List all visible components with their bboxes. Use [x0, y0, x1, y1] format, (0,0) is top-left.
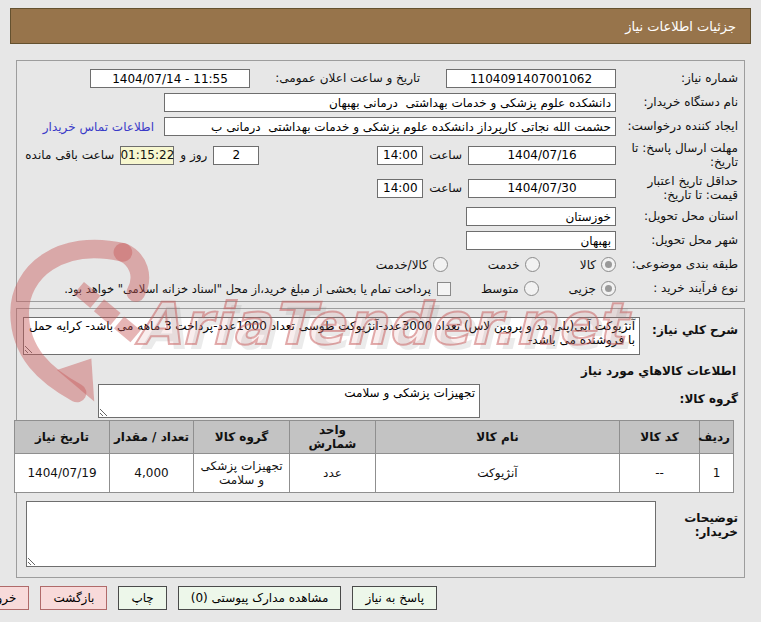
need-description-textarea[interactable]: آنژیوکت آبی(پلی مد و پروین لاس) تعداد 30… — [23, 317, 640, 355]
radio-classification-goods-label: کالا — [580, 258, 596, 272]
price-validity-label: حداقل تاریخ اعتبار قیمت: تا تاریخ: — [616, 174, 738, 203]
need-description-label: شرح کلي نیاز: — [640, 317, 738, 337]
goods-table-header-row: ردیف کد کالا نام کالا واحد شمارش گروه کا… — [15, 421, 734, 454]
col-group: گروه کالا — [194, 421, 290, 454]
radio-process-medium[interactable] — [524, 281, 539, 296]
response-deadline-date-input[interactable] — [468, 146, 616, 165]
deadline-hour-label: ساعت — [429, 148, 462, 162]
col-item-code: کد کالا — [620, 421, 700, 454]
row-delivery-province: استان محل تحویل: — [23, 206, 738, 227]
countdown-timer: 01:15:22 — [120, 146, 174, 165]
page-title-bar: جزئیات اطلاعات نیاز — [10, 8, 751, 44]
goods-group-label: گروه کالا: — [640, 384, 738, 406]
radio-classification-goods[interactable] — [601, 257, 616, 272]
goods-table: ردیف کد کالا نام کالا واحد شمارش گروه کا… — [14, 420, 734, 493]
cell-row-number: 1 — [700, 454, 734, 493]
goods-section-title: اطلاعات کالاهاي مورد نیاز — [23, 364, 736, 378]
page-title: جزئیات اطلاعات نیاز — [625, 19, 736, 34]
treasury-option: پرداخت تمام یا بخشی از مبلغ خرید،از محل … — [64, 282, 451, 296]
purchase-process-label: نوع فرآیند خرید : — [616, 281, 738, 295]
row-need-description: شرح کلي نیاز: آنژیوکت آبی(پلی مد و پروین… — [23, 317, 738, 355]
subject-classification-label: طبقه بندی موضوعی: — [616, 257, 738, 271]
requester-input[interactable] — [164, 117, 616, 136]
radio-process-medium-label: متوسط — [481, 282, 519, 296]
row-buyer-comments: توضیحات خریدار: — [23, 501, 738, 567]
radio-classification-service-label: خدمت — [488, 258, 520, 272]
response-deadline-label: مهلت ارسال پاسخ: تا تاریخ: — [616, 141, 738, 170]
row-requester: ایجاد کننده درخواست: اطلاعات تماس خریدار — [23, 116, 738, 137]
view-attachments-button[interactable]: مشاهده مدارک پیوستی (0) — [178, 586, 342, 610]
buyer-org-label: نام دستگاه خریدار: — [616, 95, 738, 109]
price-validity-date-input[interactable] — [468, 179, 616, 198]
row-price-validity: حداقل تاریخ اعتبار قیمت: تا تاریخ: ساعت — [23, 173, 738, 203]
delivery-province-label: استان محل تحویل: — [616, 209, 738, 223]
need-number-input[interactable] — [446, 69, 616, 88]
treasury-note-label: پرداخت تمام یا بخشی از مبلغ خرید،از محل … — [64, 282, 431, 296]
option-goods-service: کالا/خدمت — [376, 257, 448, 272]
buyer-comments-label: توضیحات خریدار: — [656, 501, 738, 540]
option-medium: متوسط — [481, 281, 539, 296]
print-button[interactable]: چاپ — [118, 586, 166, 610]
option-goods: کالا — [580, 257, 616, 272]
col-quantity: تعداد / مقدار — [110, 421, 194, 454]
need-number-label: شماره نیاز: — [616, 71, 738, 85]
radio-process-minor-label: جزیی — [569, 282, 596, 296]
need-info-groupbox: شماره نیاز: تاریخ و ساعت اعلان عمومی: نا… — [16, 60, 745, 302]
action-buttons-row: پاسخ به نیاز مشاهده مدارک پیوستی (0) چاپ… — [0, 586, 437, 610]
hours-remaining-label: ساعت باقی مانده — [25, 148, 114, 162]
buyer-comments-textarea[interactable] — [26, 501, 656, 567]
radio-classification-service[interactable] — [525, 257, 540, 272]
radio-classification-goods-service-label: کالا/خدمت — [376, 258, 428, 272]
row-need-number: شماره نیاز: تاریخ و ساعت اعلان عمومی: — [23, 68, 738, 89]
treasury-checkbox[interactable] — [437, 282, 451, 296]
row-buyer-org: نام دستگاه خریدار: — [23, 92, 738, 113]
col-unit: واحد شمارش — [290, 421, 376, 454]
option-minor: جزیی — [569, 281, 616, 296]
days-and-label: روز و — [180, 148, 207, 162]
row-goods-group: گروه کالا: تجهیزات پزشکی و سلامت — [23, 384, 738, 418]
buyer-contact-link[interactable]: اطلاعات تماس خریدار — [43, 120, 154, 134]
option-service: خدمت — [488, 257, 540, 272]
response-deadline-time-input[interactable] — [377, 146, 423, 165]
goods-group-textarea[interactable]: تجهیزات پزشکی و سلامت — [98, 384, 480, 418]
row-response-deadline: مهلت ارسال پاسخ: تا تاریخ: ساعت روز و 01… — [23, 140, 738, 170]
back-button[interactable]: بازگشت — [40, 586, 107, 610]
col-row-number: ردیف — [700, 421, 734, 454]
cell-need-date: 1404/07/19 — [15, 454, 110, 493]
goods-info-groupbox: شرح کلي نیاز: آنژیوکت آبی(پلی مد و پروین… — [16, 308, 745, 578]
radio-process-minor[interactable] — [601, 281, 616, 296]
cell-group: تجهیزات پزشکی و سلامت — [194, 454, 290, 493]
requester-label: ایجاد کننده درخواست: — [616, 119, 738, 133]
cell-unit: عدد — [290, 454, 376, 493]
radio-classification-goods-service[interactable] — [433, 257, 448, 272]
row-delivery-city: شهر محل تحویل: — [23, 230, 738, 251]
col-item-name: نام کالا — [376, 421, 620, 454]
goods-table-row: 1 -- آنژیوکت عدد تجهیزات پزشکی و سلامت 4… — [15, 454, 734, 493]
remaining-days-input[interactable] — [213, 146, 259, 165]
respond-to-need-button[interactable]: پاسخ به نیاز — [352, 586, 437, 610]
row-subject-classification: طبقه بندی موضوعی: کالا خدمت کالا/خدمت — [23, 254, 738, 275]
need-details-page: جزئیات اطلاعات نیاز شماره نیاز: تاریخ و … — [0, 0, 761, 622]
announce-datetime-label: تاریخ و ساعت اعلان عمومی: — [250, 71, 420, 85]
cell-quantity: 4,000 — [110, 454, 194, 493]
announce-datetime-input[interactable] — [90, 69, 250, 88]
row-purchase-process: نوع فرآیند خرید : جزیی متوسط پرداخت تمام… — [23, 278, 738, 299]
delivery-province-input[interactable] — [466, 207, 616, 226]
buyer-org-input[interactable] — [164, 93, 616, 112]
delivery-city-input[interactable] — [466, 231, 616, 250]
col-need-date: تاریخ نیاز — [15, 421, 110, 454]
price-validity-time-input[interactable] — [377, 179, 423, 198]
delivery-city-label: شهر محل تحویل: — [616, 233, 738, 247]
exit-button[interactable]: خروج — [0, 586, 29, 610]
validity-hour-label: ساعت — [429, 181, 462, 195]
cell-item-name: آنژیوکت — [376, 454, 620, 493]
cell-item-code: -- — [620, 454, 700, 493]
